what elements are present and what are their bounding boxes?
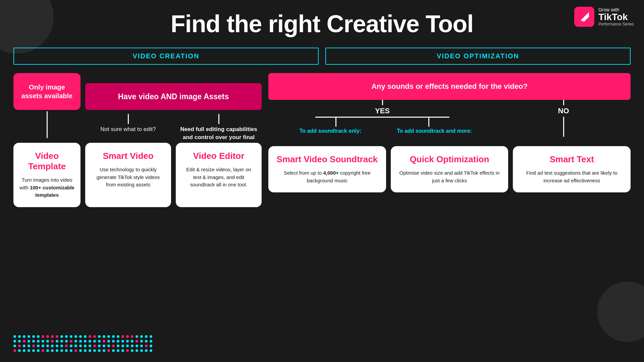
vert-line-3 [218,114,219,124]
have-video-image-condition: Have video AND image Assets [85,83,262,110]
bg-decoration-circle-right [597,282,644,342]
video-editor-title: Video Editor [182,151,256,161]
video-creation-header: VIDEO CREATION [13,48,319,65]
tiktok-logo: Grow with TikTok Performance Series [574,7,634,27]
creation-conditions-row: Only image assets available Have video A… [13,73,262,110]
smart-video-soundtrack-card: Smart Video Soundtrack Select from up to… [268,146,386,192]
yes-h-connector [315,117,449,118]
section-headers: VIDEO CREATION VIDEO OPTIMIZATION [13,48,631,65]
main-content: Find the right Creative Tool VIDEO CREAT… [0,0,644,214]
smart-video-title: Smart Video [91,151,165,161]
video-optimization-header: VIDEO OPTIMIZATION [325,48,631,65]
smart-text-title: Smart Text [519,154,625,165]
page-title: Find the right Creative Tool [13,10,631,38]
yes-sub-labels: To add soundtrack only: To add soundtrac… [268,128,496,135]
smart-text-card: Smart Text Find ad text suggestions that… [513,146,631,192]
vert-line-2 [128,114,129,124]
quick-optimization-card: Quick Optimization Optimise video size a… [391,146,508,192]
video-template-card: Video Template Turn images into video wi… [13,143,80,207]
video-editor-desc: Edit & resize videos, layer on text & im… [182,166,256,189]
creation-cards-row: Video Template Turn images into video wi… [13,143,262,207]
yes-no-branching: YES To add soundtrack only: To add sound… [268,100,631,143]
svg-marker-1 [581,12,589,21]
quick-optimization-desc: Optimise video size and add TikTok effec… [397,169,502,184]
vert-line-1 [47,111,48,138]
only-image-condition: Only image assets available [13,73,80,110]
optimization-cards-row: Smart Video Soundtrack Select from up to… [268,146,631,192]
any-sounds-condition: Any sounds or effects needed for the vid… [268,73,631,100]
yes-label: YES [375,107,390,115]
tiktok-icon [574,7,594,27]
smart-video-soundtrack-desc: Select from up to 4,000+ copyright free … [274,169,380,184]
to-add-soundtrack-more-label: To add soundtrack and more: [389,128,480,135]
smart-video-soundtrack-title: Smart Video Soundtrack [274,154,380,165]
video-template-title: Video Template [19,151,74,172]
left-connector [13,111,80,138]
creation-connector-row: Not sure what to edit? Need full editing… [13,111,262,138]
to-add-soundtrack-label: To add soundtrack only: [285,128,376,135]
no-label: NO [558,107,569,115]
yes-connector: YES [315,100,449,118]
no-branch: NO [496,100,631,137]
not-sure-label: Not sure what to edit? [100,125,156,133]
smart-text-desc: Find ad text suggestions that are likely… [519,169,625,184]
quick-optimization-title: Quick Optimization [397,154,502,165]
smart-video-desc: Use technology to quickly generate TikTo… [91,166,165,189]
flow-diagram: Only image assets available Have video A… [13,73,631,207]
dot-pattern-decoration [13,335,152,352]
video-editor-card: Video Editor Edit & resize videos, layer… [176,143,262,207]
yes-branch: YES To add soundtrack only: To add sound… [268,100,496,135]
tiktok-brand-text: Grow with TikTok Performance Series [598,7,634,26]
video-optimization-flow: Any sounds or effects needed for the vid… [268,73,631,192]
video-creation-flow: Only image assets available Have video A… [13,73,262,207]
smart-video-card: Smart Video Use technology to quickly ge… [85,143,171,207]
video-template-desc: Turn images into video with 100+ customi… [19,176,74,199]
